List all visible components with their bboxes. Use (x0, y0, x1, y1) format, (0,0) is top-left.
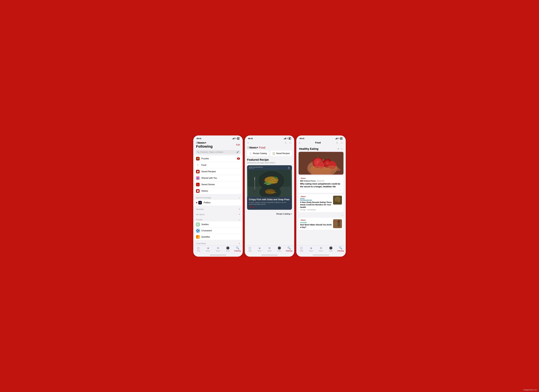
saved-recipes-label: Saved Recipes (201, 170, 240, 173)
news-plus-badge-recipe:  News+ (249, 206, 290, 208)
utensils-nav-icon-3[interactable]: 🍴 (336, 141, 339, 144)
sidebar-item-politics[interactable]: ★ Politics (193, 200, 242, 206)
following-title: Following (196, 144, 213, 148)
watermark: GadgetHacks.com (523, 389, 537, 391)
phone-1: 09:41 ⊙ ▮  News+ (193, 135, 243, 257)
puzzles-section-title: Puzzles (196, 219, 203, 221)
politics-label: Politics (204, 201, 240, 204)
more-nav-icon-3[interactable]: ⋯ (341, 141, 343, 144)
food-heading-2: Food (259, 146, 265, 149)
puzzles-chevron: ⌄ (239, 219, 240, 220)
local-news-arrow: > (239, 242, 240, 244)
tab-sports-2[interactable]: ⊕ Sports (265, 246, 274, 252)
article-3-thumb (333, 219, 342, 228)
featured-subtitle: Selected by the Apple News Editors. (247, 162, 292, 164)
tab-today-2[interactable]: ◫ Today (245, 246, 255, 252)
sidebar-item-saved-recipes[interactable]: 📋 Saved Recipes (193, 168, 242, 175)
phone2-content: ‹ 🍴 ⋯  News+ Food 🍴 Recipe Catalog (245, 140, 294, 245)
saved-stories-label: Saved Stories (201, 183, 240, 186)
recipe-utensils-icon: 🍴 (287, 167, 290, 169)
sidebar-list: 🧩 Puzzles 6 🍴 Food 📋 Saved Recipes 👥 Sha… (193, 155, 242, 194)
more-options-icon[interactable]: ⋯ (341, 148, 343, 150)
search-icon: 🔍 (197, 151, 199, 153)
tab-today-3[interactable]: ◫ Today (297, 246, 306, 252)
article-2-dots[interactable]: ⋯ (341, 214, 343, 216)
sidebar-item-quartiles[interactable]: Quartiles (193, 234, 242, 240)
check-icon[interactable]: ✓ (337, 148, 339, 150)
tab-audio-3[interactable]: ⚫ Audio (326, 246, 336, 252)
newsplus-label-3: News+ (309, 250, 313, 252)
search-bar[interactable]: 🔍 Channels, Topics, & Stories 🎤 (196, 150, 241, 154)
sidebar-item-history[interactable]: 🕐 History (193, 188, 242, 194)
my-sports-title: My Sports (196, 213, 205, 215)
recipe-card[interactable]: GOOD HOUSEKEEPING RECIPE 🍴 (247, 165, 292, 210)
tab-sports-3[interactable]: ⊕ Sports (316, 246, 326, 252)
home-indicator-3 (313, 255, 329, 255)
sidebar-item-saved-stories[interactable]: 🔖 Saved Stories (193, 181, 242, 188)
recipe-tabs: 🍴 Recipe Catalog 📋 Saved Recipes (245, 151, 294, 158)
utensils-nav-icon[interactable]: 🍴 (284, 141, 287, 144)
sidebar-item-food[interactable]: 🍴 Food (193, 162, 242, 168)
recipe-catalog-link[interactable]: Recipe Catalog > (245, 211, 294, 216)
saved-recipes-icon: 📋 (196, 170, 200, 173)
back-button-2[interactable]: ‹ (248, 141, 248, 144)
recipe-catalog-link-text: Recipe Catalog (276, 213, 290, 215)
favorites-header[interactable]: Favorites > (193, 206, 242, 211)
recipe-catalog-tab[interactable]: 🍴 Recipe Catalog (247, 151, 269, 156)
back-button-3[interactable]: ‹ (299, 141, 300, 144)
phone-2: 09:41 ⊙ ▮ ‹ 🍴 ⋯ (245, 135, 294, 257)
article-3-card[interactable]:  News+ verywell How Much Water Should Y… (298, 218, 343, 230)
sidebar-item-crossword[interactable]: Crossword (193, 228, 242, 234)
article-2-card[interactable]:  News+ GOODHOUSEKEEPING A New Study Rev… (298, 194, 343, 212)
magazine-text: MAGAZINE (317, 180, 324, 182)
sudoku-label: Sudoku (201, 223, 240, 226)
recipe-catalog-icon: 🍴 (249, 152, 252, 155)
tab-newsplus-3[interactable]: ◈ News+ (306, 246, 316, 252)
recipe-card-header: GOOD HOUSEKEEPING RECIPE 🍴 (247, 165, 292, 170)
tab-newsplus-1[interactable]: ◈ News+ (203, 246, 213, 252)
my-sports-arrow: > (239, 213, 240, 215)
newsplus-icon-2: ◈ (259, 246, 261, 250)
battery-icon-3: ▮ (340, 137, 342, 140)
mic-icon: 🎤 (236, 151, 239, 153)
sidebar-item-sudoku[interactable]: Sudoku (193, 221, 242, 228)
more-nav-icon[interactable]: ⋯ (289, 141, 291, 144)
sidebar-item-shared-with-you[interactable]: 👥 Shared with You (193, 175, 242, 181)
audio-label-3: Audio (329, 250, 332, 252)
tab-following-2[interactable]: 🔍 Following (284, 246, 294, 252)
tab-sports-1[interactable]: ⊕ Sports (213, 246, 223, 252)
favorites-arrow: > (239, 208, 240, 210)
my-sports-header[interactable]: My Sports > (193, 211, 242, 216)
phone2-logo-row:  News+ Food (245, 145, 294, 151)
tab-audio-2[interactable]: ⚫ Audio (274, 246, 284, 252)
article-1-dots[interactable]: ⋯ (300, 189, 342, 191)
edit-button[interactable]: Edit (236, 143, 240, 146)
saved-recipes-icon-tab: 📋 (272, 152, 275, 155)
svg-point-17 (265, 189, 275, 194)
crossword-icon (196, 229, 200, 232)
saved-recipes-tab[interactable]: 📋 Saved Recipes (270, 151, 292, 156)
hero-image (298, 152, 343, 175)
local-news-header[interactable]: Local News > (193, 240, 242, 245)
sports-icon-3: ⊕ (320, 246, 322, 250)
sports-label-3: Sports (319, 250, 323, 252)
local-news-title: Local News (196, 242, 206, 244)
puzzles-section-header: Puzzles ⌄ (193, 216, 242, 221)
newsplus-icon-1: ◈ (207, 246, 209, 250)
phone3-content: ‹ Food 🍴 ⋯ Healthy Eating ✓ ⋯ (297, 140, 346, 245)
phone1-content:  News+ Following Edit 🔍 Channels, Topic… (193, 140, 242, 245)
phone-3: 09:41 ⊙ ▮ ‹ Food 🍴 ⋯ (296, 135, 346, 257)
wifi-icon-3: ⊙ (338, 137, 340, 139)
shared-with-you-label: Shared with You (201, 177, 240, 179)
tab-following-1[interactable]: 🔍 Following (233, 246, 242, 252)
tab-newsplus-2[interactable]: ◈ News+ (255, 246, 265, 252)
tab-today-1[interactable]: ◫ Today (193, 246, 203, 252)
food-label: Food (201, 164, 240, 166)
food-icon: 🍴 (196, 163, 200, 167)
article-1-title: Why eating more polyphenols could be the… (300, 182, 342, 188)
article-1-card[interactable]:  News+ BBC Science Focus MAGAZINE Why e… (298, 176, 343, 193)
tab-following-3[interactable]: 🔍 Following (336, 246, 346, 252)
following-icon-3: 🔍 (339, 246, 342, 250)
sidebar-item-puzzles[interactable]: 🧩 Puzzles 6 (193, 155, 242, 162)
tab-audio-1[interactable]: ⚫ Audio (223, 246, 233, 252)
